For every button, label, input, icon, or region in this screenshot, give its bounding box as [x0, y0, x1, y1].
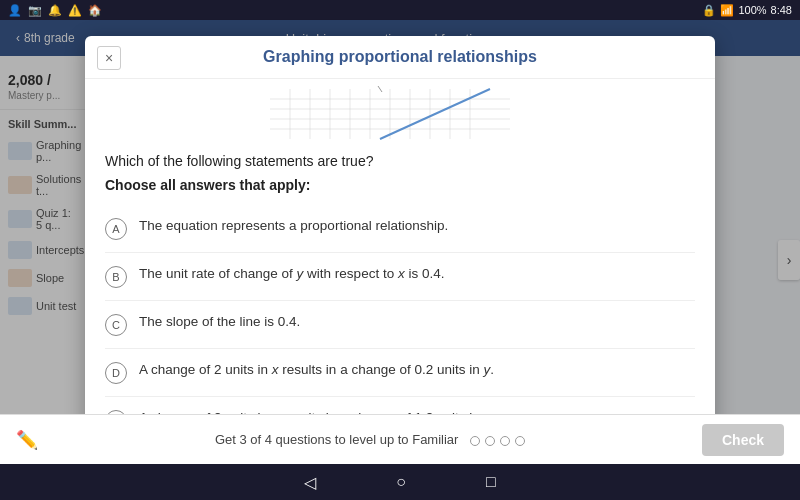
choice-c-circle: C [105, 314, 127, 336]
modal-header: × Graphing proportional relationships [85, 36, 715, 79]
check-button[interactable]: Check [702, 424, 784, 456]
signal-icon: 📶 [720, 4, 734, 17]
progress-text: Get 3 of 4 questions to level up to Fami… [38, 432, 702, 447]
progress-label: Get 3 of 4 questions to level up to Fami… [215, 432, 459, 447]
warning-icon: ⚠️ [68, 4, 82, 17]
choice-d[interactable]: D A change of 2 units in x results in a … [105, 349, 695, 397]
choice-d-text: A change of 2 units in x results in a ch… [139, 361, 494, 380]
choice-c[interactable]: C The slope of the line is 0.4. [105, 301, 695, 349]
question-text: Which of the following statements are tr… [105, 153, 695, 169]
modal-overlay: × Graphing proportional relationships [0, 20, 800, 464]
svg-line-15 [378, 86, 382, 92]
choice-b-text: The unit rate of change of y with respec… [139, 265, 444, 284]
phone-nav-bar: ◁ ○ □ [0, 464, 800, 500]
dot-4 [515, 436, 525, 446]
lock-icon: 🔒 [702, 4, 716, 17]
graph-area [105, 79, 695, 149]
status-bar-right: 🔒 📶 100% 8:48 [702, 4, 792, 17]
choice-c-letter: C [112, 319, 120, 331]
bell-icon: 🔔 [48, 4, 62, 17]
instruction-text: Choose all answers that apply: [105, 177, 695, 193]
choice-d-circle: D [105, 362, 127, 384]
status-bar: 👤 📷 🔔 ⚠️ 🏠 🔒 📶 100% 8:48 [0, 0, 800, 20]
pencil-icon: ✏️ [16, 429, 38, 451]
dot-2 [485, 436, 495, 446]
close-icon: × [105, 50, 113, 66]
svg-line-14 [380, 89, 490, 139]
close-button[interactable]: × [97, 46, 121, 70]
choice-b-circle: B [105, 266, 127, 288]
modal-title: Graphing proportional relationships [101, 48, 699, 66]
bottom-bar: ✏️ Get 3 of 4 questions to level up to F… [0, 414, 800, 464]
choice-a-letter: A [112, 223, 119, 235]
choice-b[interactable]: B The unit rate of change of y with resp… [105, 253, 695, 301]
recents-nav-button[interactable]: □ [486, 473, 496, 491]
battery-label: 100% [738, 4, 766, 16]
graph-svg [270, 84, 530, 144]
home-nav-button[interactable]: ○ [396, 473, 406, 491]
back-nav-button[interactable]: ◁ [304, 473, 316, 492]
choice-a-circle: A [105, 218, 127, 240]
choice-a-text: The equation represents a proportional r… [139, 217, 448, 236]
modal-body: Which of the following statements are tr… [85, 79, 715, 451]
choice-d-letter: D [112, 367, 120, 379]
dot-1 [470, 436, 480, 446]
choice-a[interactable]: A The equation represents a proportional… [105, 205, 695, 253]
dot-3 [500, 436, 510, 446]
camera-icon: 📷 [28, 4, 42, 17]
time-label: 8:48 [771, 4, 792, 16]
progress-dots [470, 436, 525, 446]
user-icon: 👤 [8, 4, 22, 17]
status-bar-left: 👤 📷 🔔 ⚠️ 🏠 [8, 4, 102, 17]
answer-choices: A The equation represents a proportional… [105, 205, 695, 444]
home-icon: 🏠 [88, 4, 102, 17]
choice-c-text: The slope of the line is 0.4. [139, 313, 300, 332]
choice-b-letter: B [112, 271, 119, 283]
